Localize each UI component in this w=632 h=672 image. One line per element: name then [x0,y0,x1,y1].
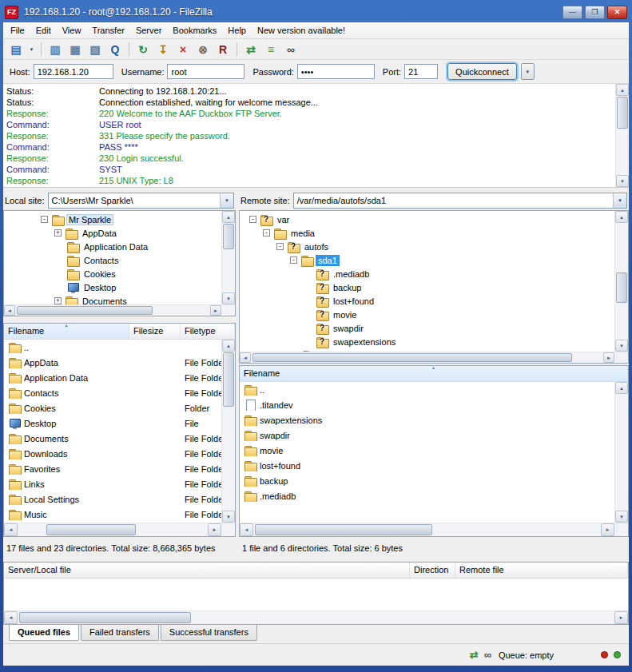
tree-item-swapdir[interactable]: ?swapdir [240,321,614,335]
scrollbar-thumb[interactable] [223,352,234,407]
scrollbar-thumb[interactable] [617,97,628,129]
minimize-button[interactable]: — [562,6,582,19]
menu-item-help[interactable]: Help [222,23,252,38]
file-row-swapdir[interactable]: swapdir [240,427,614,443]
filter-button[interactable]: ∞ [281,41,300,58]
synchronized-browsing-button[interactable]: ⇄ [241,41,260,58]
scrollbar-thumb[interactable] [252,353,572,362]
tree-item-mr-sparkle[interactable]: -Mr Sparkle [4,213,221,226]
file-row-lost-found[interactable]: lost+found [240,458,614,473]
expand-icon[interactable]: + [54,229,62,237]
remote-tree-hscrollbar[interactable] [240,352,628,363]
column-header-filename[interactable]: Filename▲ [240,366,628,381]
chevron-down-icon[interactable] [613,193,626,208]
menu-item-bookmarks[interactable]: Bookmarks [167,23,222,38]
tree-item-documents[interactable]: +Documents [4,294,221,304]
log-scrollbar[interactable] [615,84,629,187]
collapse-icon[interactable]: - [276,243,284,250]
scrollbar-track[interactable] [222,223,235,292]
refresh-button[interactable]: ↻ [133,41,153,58]
tree-item-contacts[interactable]: Contacts [4,253,221,267]
scrollbar-track[interactable] [253,523,601,536]
maximize-button[interactable]: ❐ [585,6,605,19]
file-row-appdata[interactable]: AppDataFile Folder [4,355,221,370]
site-manager-button[interactable]: ▤ [6,41,26,58]
column-header-filename[interactable]: Filename▲ [4,324,129,339]
scroll-left-button[interactable] [4,523,18,536]
scrollbar-track[interactable] [15,305,210,316]
column-header-direction[interactable]: Direction [410,563,455,578]
column-header-server-local-file[interactable]: Server/Local file [4,563,410,578]
scroll-right-button[interactable] [603,352,614,363]
scroll-down-button[interactable] [615,340,628,352]
menu-item-edit[interactable]: Edit [30,23,57,38]
scroll-right-button[interactable] [210,305,221,316]
tree-item-appdata[interactable]: +AppData [4,226,221,240]
tree-item-backup[interactable]: ?backup [240,280,614,294]
disconnect-button[interactable]: ⊗ [193,41,213,58]
column-header-filesize[interactable]: Filesize [129,324,181,339]
column-header-remote-file[interactable]: Remote file [455,563,628,578]
port-input[interactable] [404,64,438,79]
scrollbar-thumb[interactable] [255,524,432,535]
collapse-icon[interactable]: - [263,229,270,237]
file-row-titandev[interactable]: .titandev [240,397,614,412]
file-row-favorites[interactable]: FavoritesFile Folder [4,461,221,476]
collapse-icon[interactable]: - [41,216,48,223]
directory-comparison-button[interactable]: ≡ [261,41,280,58]
tree-item-sda1[interactable]: -sda1 [240,253,614,267]
collapse-icon[interactable]: - [290,256,297,264]
file-row-music[interactable]: MusicFile Folder [4,507,221,522]
scrollbar-thumb[interactable] [19,612,191,623]
scroll-left-button[interactable] [240,523,253,536]
file-row-local-settings[interactable]: Local SettingsFile Folder [4,491,221,507]
scroll-down-button[interactable] [615,511,628,523]
process-queue-button[interactable]: ↧ [153,41,173,58]
quickconnect-button[interactable]: Quickconnect [447,63,517,80]
file-row-application-data[interactable]: Application DataFile Folder [4,370,221,385]
file-row-mediadb[interactable]: .mediadb [240,488,614,503]
file-row-contacts[interactable]: ContactsFile Folder [4,385,221,400]
scroll-right-button[interactable] [208,523,221,536]
remote-list-vscrollbar[interactable] [614,382,628,523]
username-input[interactable] [167,64,244,79]
column-header-filetype[interactable]: Filetype [181,324,235,339]
local-tree-splitter[interactable] [3,316,236,323]
tree-item-autofs[interactable]: -?autofs [240,240,614,253]
scroll-right-button[interactable] [601,523,614,536]
scroll-up-button[interactable] [615,382,628,394]
local-site-combobox[interactable]: C:\Users\Mr Sparkle\ [48,193,234,209]
scroll-down-button[interactable] [222,292,235,304]
collapse-icon[interactable]: - [249,216,256,223]
site-manager-dropdown-button[interactable]: ▼ [26,41,37,58]
file-row-backup[interactable]: backup [240,473,614,488]
file-row-item[interactable]: .. [4,340,221,355]
scroll-up-button[interactable] [222,211,235,223]
tab-failed-transfers[interactable]: Failed transfers [81,625,159,641]
menu-item-new-version-available[interactable]: New version available! [252,23,351,38]
remote-site-combobox[interactable]: /var/media/autofs/sda1 [293,193,627,209]
host-input[interactable] [34,64,113,79]
scrollbar-thumb[interactable] [46,524,136,535]
tree-item-mediadb[interactable]: ?.mediadb [240,267,614,280]
tree-item-movie[interactable]: ?movie [240,308,614,321]
tree-item-swapextensions[interactable]: ?swapextensions [240,335,614,348]
file-row-desktop[interactable]: DesktopFile [4,416,221,431]
scrollbar-track[interactable] [18,611,614,624]
chevron-down-icon[interactable] [220,193,233,208]
tree-item-desktop[interactable]: Desktop [4,280,221,294]
toggle-message-log-button[interactable]: ▥ [46,41,65,58]
toggle-remote-tree-button[interactable]: ▧ [85,41,105,58]
scrollbar-track[interactable] [222,352,235,511]
scroll-up-button[interactable] [615,211,628,223]
local-tree-hscrollbar[interactable] [4,304,235,316]
tree-item-application-data[interactable]: Application Data [4,240,221,253]
queue-hscrollbar[interactable] [4,610,628,624]
tab-queued-files[interactable]: Queued files [9,625,79,641]
cancel-button[interactable]: × [173,41,193,58]
scrollbar-thumb[interactable] [616,272,627,303]
titlebar[interactable]: FZ 192.168.1.20 - root@192.168.1.20 - Fi… [0,0,632,22]
toggle-local-tree-button[interactable]: ▦ [66,41,85,58]
tree-item-cookies[interactable]: Cookies [4,267,221,280]
scrollbar-track[interactable] [251,352,603,363]
